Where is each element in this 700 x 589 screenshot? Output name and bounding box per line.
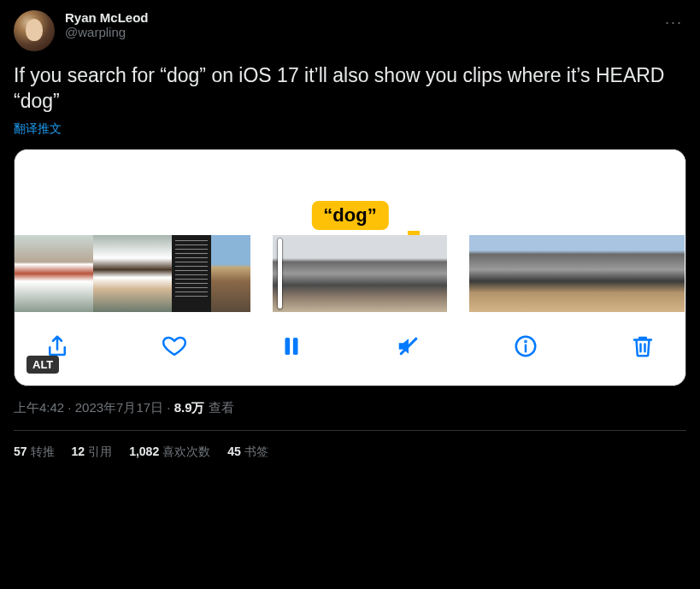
thumbnail xyxy=(172,235,211,312)
author-block[interactable]: Ryan McLeod @warpling xyxy=(65,10,651,39)
svg-point-4 xyxy=(525,341,526,342)
alt-badge[interactable]: ALT xyxy=(26,356,59,374)
clip-group-3[interactable] xyxy=(469,235,685,312)
search-term-badge: “dog” xyxy=(311,201,388,230)
stat-likes[interactable]: 1,082喜欢次数 xyxy=(129,445,210,460)
tweet-meta: 上午4:42 · 2023年7月17日 · 8.9万 查看 xyxy=(14,400,686,416)
thumbnail xyxy=(541,235,577,312)
thumbnail xyxy=(54,235,93,312)
translate-link[interactable]: 翻译推文 xyxy=(14,121,62,137)
more-icon[interactable]: ··· xyxy=(662,10,686,35)
svg-rect-0 xyxy=(285,338,291,355)
stat-bookmarks[interactable]: 45书签 xyxy=(227,445,268,460)
tweet-stats: 57转推 12引用 1,082喜欢次数 45书签 xyxy=(14,431,686,460)
media-toolbar xyxy=(15,312,685,386)
thumbnail xyxy=(577,235,613,312)
playhead[interactable] xyxy=(278,239,282,309)
thumbnail xyxy=(389,235,447,312)
video-timeline[interactable] xyxy=(15,235,685,312)
thumbnail xyxy=(331,235,389,312)
thumbnail xyxy=(649,235,685,312)
thumbnail xyxy=(505,235,541,312)
views-count: 8.9万 xyxy=(174,400,205,415)
info-icon[interactable] xyxy=(512,333,539,360)
avatar[interactable] xyxy=(14,10,55,51)
tweet-header: Ryan McLeod @warpling ··· xyxy=(14,10,686,51)
tweet-date[interactable]: 2023年7月17日 xyxy=(75,400,163,415)
trash-icon[interactable] xyxy=(629,333,656,360)
author-handle: @warpling xyxy=(65,25,651,39)
clip-group-2[interactable] xyxy=(273,235,447,312)
views-label: 查看 xyxy=(209,400,234,415)
tweet-time[interactable]: 上午4:42 xyxy=(14,400,64,415)
thumbnail xyxy=(15,235,54,312)
pause-icon[interactable] xyxy=(278,333,305,360)
thumbnail xyxy=(613,235,649,312)
stat-quotes[interactable]: 12引用 xyxy=(72,445,113,460)
stat-retweets[interactable]: 57转推 xyxy=(14,445,55,460)
thumbnail xyxy=(469,235,505,312)
mute-icon[interactable] xyxy=(395,333,422,360)
thumbnail xyxy=(93,235,132,312)
heart-icon[interactable] xyxy=(161,333,188,360)
author-display-name: Ryan McLeod xyxy=(65,10,651,25)
svg-rect-1 xyxy=(293,338,298,355)
media-header-area: “dog” xyxy=(15,150,685,235)
clip-group-1[interactable] xyxy=(15,235,250,312)
media-card[interactable]: “dog” xyxy=(14,149,686,386)
thumbnail xyxy=(211,235,250,312)
thumbnail xyxy=(132,235,172,312)
tweet-text: If you search for “dog” on iOS 17 it’ll … xyxy=(14,63,686,115)
tweet-container: Ryan McLeod @warpling ··· If you search … xyxy=(0,0,700,470)
